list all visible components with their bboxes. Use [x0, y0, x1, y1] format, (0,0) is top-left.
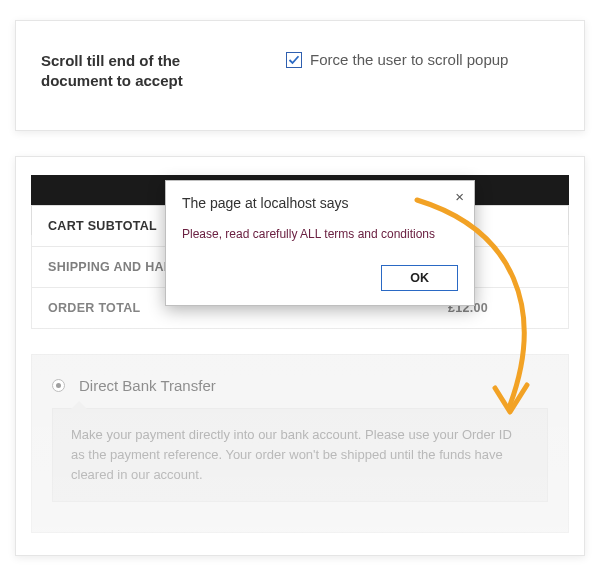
setting-control: Force the user to scroll popup: [286, 51, 559, 68]
ok-button[interactable]: OK: [381, 265, 458, 291]
payment-radio[interactable]: [52, 379, 65, 392]
radio-dot-icon: [56, 383, 61, 388]
payment-option-row[interactable]: Direct Bank Transfer: [52, 377, 548, 394]
payment-title: Direct Bank Transfer: [79, 377, 216, 394]
setting-label: Scroll till end of the document to accep…: [41, 51, 216, 90]
force-scroll-label: Force the user to scroll popup: [310, 51, 508, 68]
alert-dialog: × The page at localhost says Please, rea…: [165, 180, 475, 306]
payment-block: Direct Bank Transfer Make your payment d…: [31, 354, 569, 533]
close-icon[interactable]: ×: [455, 189, 464, 204]
force-scroll-checkbox[interactable]: [286, 52, 302, 68]
payment-description: Make your payment directly into our bank…: [71, 427, 512, 482]
triangle-up-icon: [71, 401, 87, 409]
alert-message: Please, read carefully ALL terms and con…: [182, 227, 458, 241]
alert-actions: OK: [182, 265, 458, 291]
settings-card: Scroll till end of the document to accep…: [15, 20, 585, 131]
alert-title: The page at localhost says: [182, 195, 458, 211]
payment-description-box: Make your payment directly into our bank…: [52, 408, 548, 502]
check-icon: [288, 54, 300, 66]
